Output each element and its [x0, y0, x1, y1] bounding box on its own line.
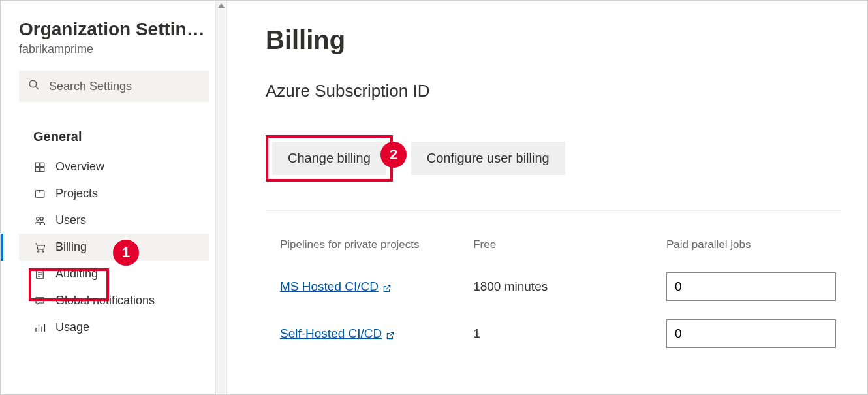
svg-point-11	[38, 250, 39, 251]
free-value: 1	[459, 310, 652, 357]
sidebar-item-projects[interactable]: Projects	[19, 180, 209, 207]
link-label: MS Hosted CI/CD	[280, 279, 379, 294]
main-content: Billing Azure Subscription ID Change bil…	[228, 1, 867, 394]
th-paid: Paid parallel jobs	[652, 234, 841, 263]
change-billing-highlight: Change billing	[266, 135, 393, 182]
scroll-up-arrow-icon	[218, 3, 225, 8]
callout-2-badge: 2	[380, 142, 407, 168]
svg-point-0	[29, 80, 37, 87]
link-label: Self-Hosted CI/CD	[280, 326, 382, 341]
notifications-icon	[33, 294, 46, 308]
svg-point-9	[37, 217, 40, 220]
table-row: MS Hosted CI/CD 1800 minutes	[266, 263, 841, 310]
sidebar-item-label: Users	[55, 213, 86, 227]
svg-rect-4	[35, 167, 39, 171]
sidebar-item-label: Global notifications	[55, 294, 155, 308]
th-pipelines: Pipelines for private projects	[266, 234, 459, 263]
th-free: Free	[459, 234, 652, 263]
paid-jobs-input-ms-hosted[interactable]	[666, 272, 836, 301]
sidebar-item-global-notifications[interactable]: Global notifications	[19, 287, 209, 314]
search-input[interactable]	[48, 79, 200, 94]
configure-user-billing-button[interactable]: Configure user billing	[411, 142, 565, 175]
sidebar: Organization Settin… fabrikamprime Gener…	[1, 1, 216, 394]
external-link-icon	[382, 282, 392, 291]
sidebar-item-label: Billing	[55, 240, 87, 254]
pipelines-table: Pipelines for private projects Free Paid…	[266, 234, 841, 357]
svg-rect-3	[40, 163, 44, 166]
svg-rect-2	[35, 163, 39, 166]
external-link-icon	[386, 329, 395, 338]
sidebar-scrollbar[interactable]	[215, 1, 227, 394]
sidebar-item-label: Usage	[55, 321, 89, 334]
sidebar-item-overview[interactable]: Overview	[19, 153, 209, 180]
billing-button-row: Change billing Configure user billing	[266, 135, 841, 182]
search-icon	[28, 79, 40, 93]
auditing-icon	[33, 268, 46, 281]
sidebar-subtitle: fabrikamprime	[19, 42, 209, 56]
usage-icon	[33, 321, 46, 334]
sidebar-item-label: Overview	[55, 160, 104, 174]
sidebar-item-auditing[interactable]: Auditing	[19, 261, 209, 287]
sidebar-title: Organization Settin…	[19, 19, 209, 40]
paid-jobs-input-self-hosted[interactable]	[666, 319, 836, 348]
self-hosted-link[interactable]: Self-Hosted CI/CD	[280, 326, 395, 341]
search-settings-box[interactable]	[19, 71, 209, 102]
projects-icon	[33, 187, 46, 200]
svg-rect-5	[40, 167, 44, 171]
sidebar-item-label: Projects	[55, 187, 98, 200]
subscription-id-heading: Azure Subscription ID	[266, 81, 841, 101]
svg-line-1	[35, 86, 39, 89]
svg-point-12	[42, 250, 43, 251]
app-frame: Organization Settin… fabrikamprime Gener…	[0, 0, 868, 395]
section-divider	[266, 210, 841, 211]
overview-icon	[33, 161, 46, 174]
users-icon	[33, 214, 46, 227]
change-billing-button[interactable]: Change billing	[272, 142, 386, 175]
sidebar-item-users[interactable]: Users	[19, 207, 209, 234]
billing-icon	[33, 241, 46, 254]
sidebar-item-label: Auditing	[55, 267, 98, 281]
page-title: Billing	[266, 25, 841, 55]
ms-hosted-link[interactable]: MS Hosted CI/CD	[280, 279, 392, 294]
callout-1-badge: 1	[113, 240, 139, 266]
sidebar-section-general: General	[19, 120, 209, 153]
svg-point-10	[40, 217, 44, 220]
table-row: Self-Hosted CI/CD 1	[266, 310, 841, 357]
free-value: 1800 minutes	[459, 263, 652, 310]
sidebar-item-usage[interactable]: Usage	[19, 314, 209, 341]
